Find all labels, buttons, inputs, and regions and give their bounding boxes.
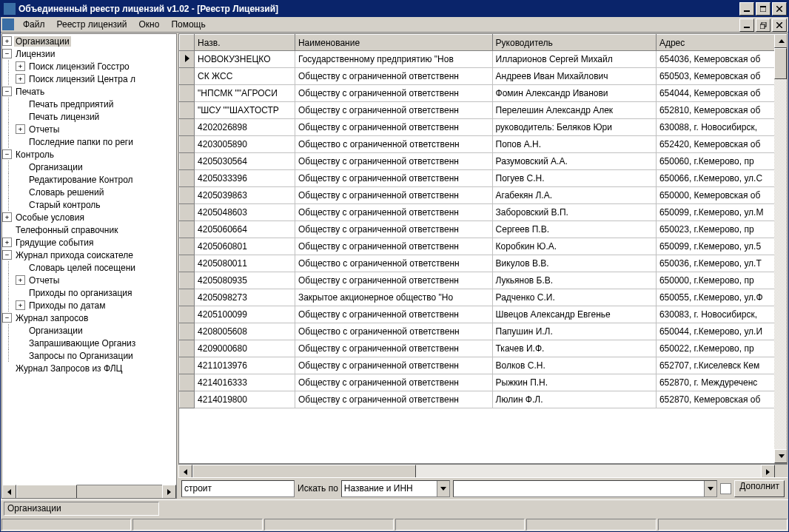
table-cell[interactable]: 4205098273: [195, 289, 295, 306]
menu-item[interactable]: Файл: [17, 18, 51, 30]
table-row[interactable]: 4205080011Общество с ограниченной ответс…: [180, 255, 787, 272]
table-row[interactable]: СК ЖССОбществу с ограниченной ответствен…: [180, 68, 787, 85]
dropdown-icon[interactable]: [437, 481, 449, 496]
table-cell[interactable]: 4205039863: [195, 187, 295, 204]
table-cell[interactable]: Люлин Ф.Л.: [492, 391, 656, 408]
table-row[interactable]: 4205080935Обществу с ограниченной ответс…: [180, 272, 787, 289]
table-cell[interactable]: Рыжкин П.Н.: [492, 374, 656, 391]
table-cell[interactable]: Обществу с ограниченной ответственн: [295, 272, 492, 289]
table-cell[interactable]: Перелешин Александр Алек: [492, 102, 656, 119]
table-cell[interactable]: Общество с ограниченной ответственн: [295, 255, 492, 272]
search-input[interactable]: [181, 480, 295, 497]
table-cell[interactable]: НОВОКУЗНЕЦКО: [195, 51, 295, 68]
menu-item[interactable]: Помощь: [165, 18, 211, 30]
table-cell[interactable]: 650060, г.Кемерово, пр: [656, 153, 786, 170]
table-cell[interactable]: Обществу с ограниченной ответственн: [295, 391, 492, 408]
table-cell[interactable]: Сергеев П.В.: [492, 221, 656, 238]
tree-item[interactable]: Редактирование Контрол: [2, 173, 176, 186]
table-cell[interactable]: Государственному предприятию "Нов: [295, 51, 492, 68]
grid-h-scrollbar[interactable]: [178, 464, 788, 477]
mdi-close-button[interactable]: [772, 18, 787, 32]
tree-item[interactable]: Запрашивающие Организ: [2, 337, 176, 349]
table-cell[interactable]: Обществу с ограниченной ответственн: [295, 306, 492, 323]
table-cell[interactable]: 630088, г. Новосибирск,: [656, 119, 786, 136]
table-row[interactable]: 4211013976Обществу с ограниченной ответс…: [180, 357, 787, 374]
table-cell[interactable]: "ШСУ ""ШАХТОСТР: [195, 102, 295, 119]
dropdown-icon[interactable]: [704, 481, 716, 496]
table-cell[interactable]: 650099, г.Кемерово, ул.М: [656, 204, 786, 221]
search-checkbox[interactable]: [720, 483, 731, 494]
table-cell[interactable]: Андреев Иван Михайлович: [492, 68, 656, 85]
table-cell[interactable]: Агабекян Л.А.: [492, 187, 656, 204]
table-cell[interactable]: 4205080011: [195, 255, 295, 272]
collapse-icon[interactable]: −: [2, 149, 12, 159]
table-row[interactable]: 4205030564Обществу с ограниченной ответс…: [180, 153, 787, 170]
table-cell[interactable]: 4214016333: [195, 374, 295, 391]
table-cell[interactable]: Фомин Александр Иванови: [492, 85, 656, 102]
minimize-button[interactable]: [739, 2, 754, 16]
tree-item[interactable]: +Приходы по датам: [2, 299, 176, 312]
table-cell[interactable]: 650036, г.Кемерово, ул.Т: [656, 255, 786, 272]
tree-item[interactable]: +Отчеты: [2, 123, 176, 135]
tree-item[interactable]: −Контроль: [2, 148, 176, 161]
tree-item[interactable]: Приходы по организация: [2, 286, 176, 299]
table-cell[interactable]: 4205060801: [195, 238, 295, 255]
table-cell[interactable]: Швецов Александр Евгенье: [492, 306, 656, 323]
table-cell[interactable]: 650000, Кемеровская об: [656, 187, 786, 204]
tree-item[interactable]: +Организации: [2, 35, 176, 47]
table-cell[interactable]: 4214019800: [195, 391, 295, 408]
table-cell[interactable]: Обществу с ограниченной ответственн: [295, 238, 492, 255]
table-cell[interactable]: 4205033396: [195, 170, 295, 187]
mdi-restore-button[interactable]: [756, 18, 770, 32]
table-cell[interactable]: Обществу с ограниченной ответственн: [295, 119, 492, 136]
menu-item[interactable]: Окно: [133, 18, 166, 30]
collapse-icon[interactable]: −: [2, 87, 12, 96]
expand-icon[interactable]: +: [16, 275, 25, 285]
search-field-combo[interactable]: Название и ИНН: [341, 480, 450, 497]
close-button[interactable]: [772, 2, 787, 16]
table-cell[interactable]: Обществу с ограниченной ответственн: [295, 357, 492, 374]
tree-item[interactable]: Печать лицензий: [2, 110, 176, 123]
column-header[interactable]: Назв.: [195, 35, 295, 51]
mdi-minimize-button[interactable]: [739, 18, 754, 32]
table-cell[interactable]: 4205048603: [195, 204, 295, 221]
tree-item[interactable]: +Поиск лицензий Центра л: [2, 73, 176, 85]
maximize-button[interactable]: [756, 2, 770, 16]
tree-item[interactable]: −Лицензии: [2, 47, 176, 60]
tree-item[interactable]: +Поиск лицензий Госстро: [2, 60, 176, 73]
table-cell[interactable]: Погуев С.Н.: [492, 170, 656, 187]
table-cell[interactable]: 4205080935: [195, 272, 295, 289]
tree-item[interactable]: Журнал Запросов из ФЛЦ: [2, 362, 176, 374]
table-cell[interactable]: 650000, г.Кемерово, пр: [656, 272, 786, 289]
table-cell[interactable]: 4205060664: [195, 221, 295, 238]
tree-item[interactable]: −Печать: [2, 85, 176, 98]
tree-item[interactable]: Телефонный справочник: [2, 223, 176, 236]
tree-item[interactable]: +Отчеты: [2, 274, 176, 286]
tree-item[interactable]: Последние папки по реги: [2, 135, 176, 148]
expand-icon[interactable]: +: [16, 300, 25, 310]
table-cell[interactable]: 650023, г.Кемерово, пр: [656, 221, 786, 238]
table-row[interactable]: НОВОКУЗНЕЦКОГосударственному предприятию…: [180, 51, 787, 68]
tree-item[interactable]: Организации: [2, 161, 176, 173]
table-cell[interactable]: Общество с ограниченной ответственн: [295, 136, 492, 153]
table-cell[interactable]: 652707, г.Киселевск Кем: [656, 357, 786, 374]
table-cell[interactable]: Коробкин Ю.А.: [492, 238, 656, 255]
table-cell[interactable]: Обществу с ограниченной ответственн: [295, 68, 492, 85]
table-cell[interactable]: Викулов В.В.: [492, 255, 656, 272]
tree-item[interactable]: Организации: [2, 324, 176, 337]
table-cell[interactable]: Волков С.Н.: [492, 357, 656, 374]
table-cell[interactable]: 650022, г.Кемерово, пр: [656, 340, 786, 357]
table-cell[interactable]: 654036, Кемеровская об: [656, 51, 786, 68]
table-cell[interactable]: 4211013976: [195, 357, 295, 374]
table-row[interactable]: 4209000680Обществу с ограниченной ответс…: [180, 340, 787, 357]
table-cell[interactable]: 650503, Кемеровская об: [656, 68, 786, 85]
table-cell[interactable]: 4205030564: [195, 153, 295, 170]
table-cell[interactable]: 654044, Кемеровская об: [656, 85, 786, 102]
table-cell[interactable]: 4205100099: [195, 306, 295, 323]
table-cell[interactable]: 650099, г.Кемерово, ул.5: [656, 238, 786, 255]
tree-item[interactable]: Словарь решений: [2, 186, 176, 198]
table-row[interactable]: 4205033396Обществу с ограниченной ответс…: [180, 170, 787, 187]
table-cell[interactable]: Обществу с ограниченной ответственн: [295, 187, 492, 204]
table-cell[interactable]: Закрытое акционерное общество "Но: [295, 289, 492, 306]
menu-item[interactable]: Реестр лицензий: [51, 18, 133, 30]
